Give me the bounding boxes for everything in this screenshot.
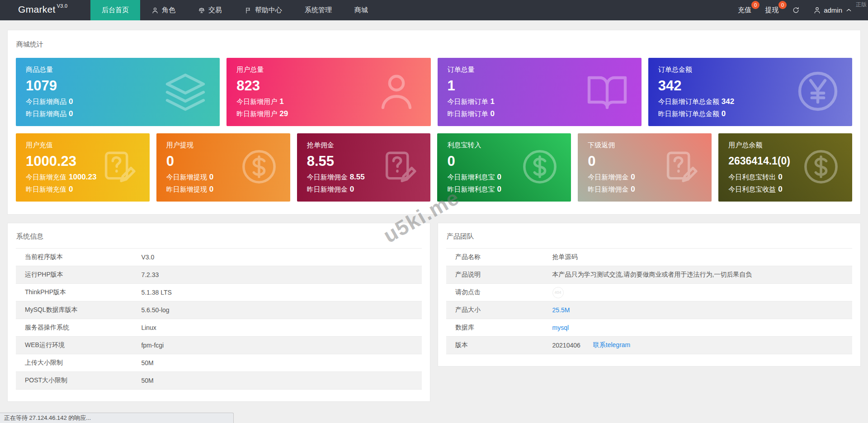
product-team-panel: 产品团队 产品名称 抢单源码 产品说明 本产品只为学习测试交流,请勿要做商业或者… <box>438 223 861 367</box>
value-link[interactable]: mysql <box>552 324 569 331</box>
stat-card-today-value: 0 <box>631 173 635 181</box>
row-label: 服务器操作系统 <box>25 324 141 332</box>
recharge-button[interactable]: 充值 0 <box>738 6 751 14</box>
telegram-link[interactable]: 联系telegram <box>593 341 630 349</box>
stat-card: 订单总金额 342 今日新增订单总金额342 昨日新增订单总金额0 <box>648 58 852 126</box>
status-text: 正在等待 27.124.46.142 的响应... <box>4 414 91 422</box>
row-label: 产品说明 <box>455 271 552 279</box>
row-value: 50M <box>141 359 413 367</box>
table-row: ThinkPHP版本 5.1.38 LTS <box>16 284 422 301</box>
row-label: 请勿点击 <box>455 288 552 296</box>
stat-card: 下级返佣 0 今日新增佣金0 昨日新增佣金0 <box>578 133 712 202</box>
row-value: 7.2.33 <box>141 271 413 278</box>
row-label: MySQL数据库版本 <box>25 306 141 314</box>
stat-card-today-value: 0 <box>209 173 213 181</box>
dollar-circle-icon <box>802 148 840 187</box>
system-info-panel: 系统信息 当前程序版本 V3.0 运行PHP版本 7.2.33 ThinkPHP… <box>7 223 430 402</box>
stats-panel: 商城统计 商品总量 1079 今日新增商品0 昨日新增商品0 用户总量 823 … <box>7 30 861 215</box>
stat-card-yesterday-label: 昨日新增充值 <box>26 185 66 193</box>
table-row: 请勿点击 404 <box>446 284 852 301</box>
row-value: 5.6.50-log <box>141 306 413 314</box>
table-row: 上传大小限制 50M <box>16 354 422 372</box>
nav-item-label: 后台首页 <box>102 6 129 14</box>
stat-card-today-label: 今日新增提现 <box>166 173 207 181</box>
nav-item-label: 商城 <box>354 6 368 14</box>
user-menu[interactable]: admin <box>813 6 853 14</box>
stat-card-yesterday-label: 昨日新增订单总金额 <box>658 110 719 118</box>
table-row: 数据库 mysql <box>446 319 852 337</box>
nav-item-角色[interactable]: 角色 <box>140 0 187 20</box>
nav-item-后台首页[interactable]: 后台首页 <box>90 0 140 20</box>
stat-card: 用户提现 0 今日新增提现0 昨日新增提现0 <box>156 133 290 202</box>
person-icon <box>375 70 418 115</box>
stat-card-today-value: 0 <box>497 173 501 181</box>
row-label: 产品名称 <box>455 253 552 261</box>
table-row: POST大小限制 50M <box>16 372 422 390</box>
lower-section: 系统信息 当前程序版本 V3.0 运行PHP版本 7.2.33 ThinkPHP… <box>7 223 861 402</box>
stat-card-yesterday-value: 0 <box>69 185 73 193</box>
navbar-right: 充值 0 提现 0 admin <box>738 0 868 20</box>
book-icon <box>585 70 629 115</box>
product-team-title: 产品团队 <box>447 232 852 241</box>
stats-row-1: 商品总量 1079 今日新增商品0 昨日新增商品0 用户总量 823 今日新增用… <box>16 58 852 126</box>
row-label: POST大小限制 <box>25 376 141 385</box>
refresh-button[interactable] <box>792 6 800 14</box>
browser-status-bar: 正在等待 27.124.46.142 的响应... <box>0 413 234 423</box>
nav-item-交易[interactable]: 交易 <box>187 0 233 20</box>
row-value: 404 <box>552 287 844 298</box>
row-value: mysql <box>552 324 844 331</box>
top-navbar: Gmarket V3.0 后台首页 角色 交易 帮助中心 系统管理 商城 充值 … <box>0 0 868 20</box>
dollar-circle-icon <box>521 148 558 187</box>
row-label: 数据库 <box>455 324 552 332</box>
stat-card-today-value: 0 <box>69 97 73 106</box>
stat-card-yesterday-label: 昨日新增利息宝 <box>447 185 495 193</box>
stats-title: 商城统计 <box>16 40 852 49</box>
row-value: 20210406联系telegram <box>552 341 844 349</box>
table-row: 运行PHP版本 7.2.33 <box>16 266 422 284</box>
nav-item-帮助中心[interactable]: 帮助中心 <box>233 0 293 20</box>
nav-item-商城[interactable]: 商城 <box>343 0 379 20</box>
scales-icon <box>198 7 205 14</box>
table-row: 产品说明 本产品只为学习测试交流,请勿要做商业或者用于违法行为,一切后果自负 <box>446 266 852 284</box>
dollar-circle-icon <box>241 148 278 187</box>
username: admin <box>824 6 842 14</box>
value-link[interactable]: 25.5M <box>552 306 570 314</box>
row-value: Linux <box>141 324 413 331</box>
recharge-label: 充值 <box>738 6 751 14</box>
row-value: V3.0 <box>141 254 413 261</box>
brand-logo[interactable]: Gmarket V3.0 <box>0 0 90 20</box>
clipboard-question-icon <box>381 148 418 187</box>
stat-card-today-value: 1000.23 <box>69 173 96 181</box>
stat-card-yesterday-label: 今日利息宝收益 <box>728 185 776 193</box>
nav-item-系统管理[interactable]: 系统管理 <box>293 0 343 20</box>
table-row: 产品名称 抢单源码 <box>446 249 852 266</box>
stat-card-yesterday-label: 昨日新增提现 <box>166 185 207 193</box>
stat-card-yesterday-label: 昨日新增订单 <box>448 110 488 118</box>
nav-item-label: 交易 <box>208 6 222 14</box>
row-label: 当前程序版本 <box>25 253 141 261</box>
stat-card-today-label: 今日新增佣金 <box>307 173 348 181</box>
stat-card-yesterday-value: 0 <box>778 185 782 193</box>
recharge-badge: 0 <box>751 1 760 9</box>
table-row: 当前程序版本 V3.0 <box>16 249 422 266</box>
clipboard-question-icon <box>100 148 137 187</box>
stat-card-yesterday-label: 昨日新增商品 <box>26 110 66 118</box>
withdraw-button[interactable]: 提现 0 <box>765 6 778 14</box>
stat-card: 用户总量 823 今日新增用户1 昨日新增用户29 <box>226 58 430 126</box>
stat-card-yesterday-value: 0 <box>350 185 354 193</box>
value-text: 20210406 <box>552 342 580 349</box>
table-row: MySQL数据库版本 5.6.50-log <box>16 301 422 319</box>
product-team-table: 产品名称 抢单源码 产品说明 本产品只为学习测试交流,请勿要做商业或者用于违法行… <box>446 248 852 354</box>
yen-circle-icon <box>796 70 840 115</box>
user-icon <box>151 7 159 14</box>
row-value: fpm-fcgi <box>141 342 413 349</box>
stat-card-today-value: 1 <box>491 97 495 106</box>
withdraw-label: 提现 <box>765 6 778 14</box>
refresh-icon <box>792 6 800 14</box>
stat-card-today-label: 今日新增订单 <box>448 98 488 105</box>
stat-card-today-label: 今日利息宝转出 <box>728 173 776 181</box>
row-value: 抢单源码 <box>552 253 844 261</box>
stat-card-yesterday-value: 0 <box>497 185 501 193</box>
brand-name: Gmarket <box>18 4 56 15</box>
badge-404[interactable]: 404 <box>552 287 564 298</box>
